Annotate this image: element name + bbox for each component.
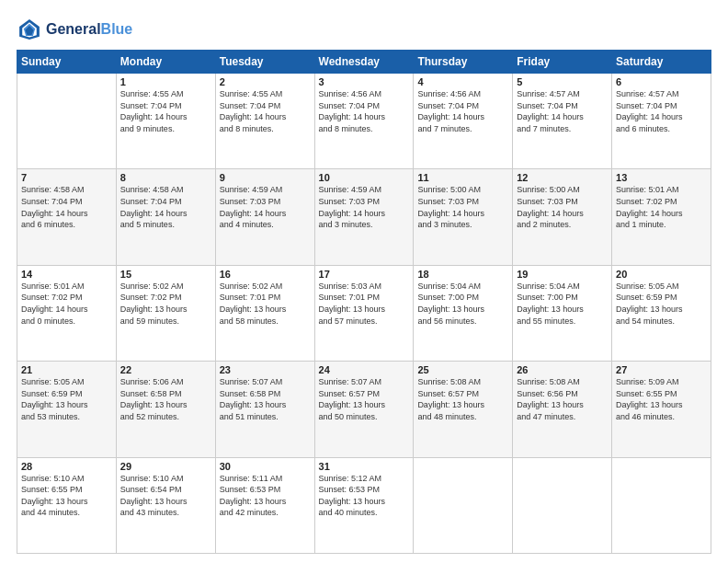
day-info: Sunrise: 5:05 AM Sunset: 6:59 PM Dayligh… [616,281,707,327]
weekday-header: Thursday [414,51,513,74]
day-number: 17 [319,269,410,280]
day-number: 8 [120,172,211,183]
calendar-week-row: 21Sunrise: 5:05 AM Sunset: 6:59 PM Dayli… [17,362,711,457]
weekday-header: Tuesday [215,51,314,74]
logo-text: GeneralBlue [46,21,132,38]
calendar-cell: 6Sunrise: 4:57 AM Sunset: 7:04 PM Daylig… [612,74,711,169]
day-number: 20 [616,269,707,280]
calendar-cell [17,74,117,169]
day-number: 30 [220,461,311,472]
day-number: 25 [417,364,508,375]
day-number: 26 [517,364,608,375]
calendar-week-row: 28Sunrise: 5:10 AM Sunset: 6:55 PM Dayli… [17,457,711,553]
calendar-cell: 4Sunrise: 4:56 AM Sunset: 7:04 PM Daylig… [414,74,513,169]
calendar-cell: 28Sunrise: 5:10 AM Sunset: 6:55 PM Dayli… [17,457,117,553]
calendar-cell: 14Sunrise: 5:01 AM Sunset: 7:02 PM Dayli… [17,265,117,361]
day-info: Sunrise: 5:00 AM Sunset: 7:03 PM Dayligh… [417,184,508,230]
day-info: Sunrise: 4:59 AM Sunset: 7:03 PM Dayligh… [319,184,410,230]
calendar-cell: 27Sunrise: 5:09 AM Sunset: 6:55 PM Dayli… [612,362,711,457]
day-number: 7 [21,172,112,183]
calendar-header-row: SundayMondayTuesdayWednesdayThursdayFrid… [17,51,711,74]
day-number: 23 [220,364,311,375]
day-number: 15 [120,269,211,280]
day-number: 11 [417,172,508,183]
calendar-cell: 17Sunrise: 5:03 AM Sunset: 7:01 PM Dayli… [314,265,414,361]
day-number: 19 [517,269,608,280]
day-info: Sunrise: 5:05 AM Sunset: 6:59 PM Dayligh… [21,376,112,422]
calendar-cell: 22Sunrise: 5:06 AM Sunset: 6:58 PM Dayli… [116,362,215,457]
day-info: Sunrise: 5:02 AM Sunset: 7:02 PM Dayligh… [120,281,211,327]
day-info: Sunrise: 5:09 AM Sunset: 6:55 PM Dayligh… [616,376,707,422]
day-info: Sunrise: 4:56 AM Sunset: 7:04 PM Dayligh… [417,88,508,134]
calendar-cell: 30Sunrise: 5:11 AM Sunset: 6:53 PM Dayli… [215,457,314,553]
logo: GeneralBlue [17,17,132,42]
calendar-cell: 20Sunrise: 5:05 AM Sunset: 6:59 PM Dayli… [612,265,711,361]
calendar-cell: 2Sunrise: 4:55 AM Sunset: 7:04 PM Daylig… [215,74,314,169]
calendar-cell: 25Sunrise: 5:08 AM Sunset: 6:57 PM Dayli… [414,362,513,457]
day-info: Sunrise: 5:12 AM Sunset: 6:53 PM Dayligh… [319,473,410,519]
calendar-cell: 19Sunrise: 5:04 AM Sunset: 7:00 PM Dayli… [513,265,612,361]
day-number: 14 [21,269,112,280]
day-info: Sunrise: 5:08 AM Sunset: 6:56 PM Dayligh… [517,376,608,422]
page: GeneralBlue SundayMondayTuesdayWednesday… [0,0,728,563]
day-number: 9 [220,172,311,183]
day-info: Sunrise: 4:57 AM Sunset: 7:04 PM Dayligh… [616,88,707,134]
day-info: Sunrise: 4:58 AM Sunset: 7:04 PM Dayligh… [21,184,112,230]
logo-icon [17,17,42,42]
day-info: Sunrise: 5:04 AM Sunset: 7:00 PM Dayligh… [417,281,508,327]
day-info: Sunrise: 5:07 AM Sunset: 6:58 PM Dayligh… [220,376,311,422]
calendar-cell: 24Sunrise: 5:07 AM Sunset: 6:57 PM Dayli… [314,362,414,457]
day-info: Sunrise: 4:58 AM Sunset: 7:04 PM Dayligh… [120,184,211,230]
day-info: Sunrise: 5:01 AM Sunset: 7:02 PM Dayligh… [21,281,112,327]
calendar-cell [513,457,612,553]
calendar-cell: 29Sunrise: 5:10 AM Sunset: 6:54 PM Dayli… [116,457,215,553]
day-info: Sunrise: 5:00 AM Sunset: 7:03 PM Dayligh… [517,184,608,230]
calendar-cell: 8Sunrise: 4:58 AM Sunset: 7:04 PM Daylig… [116,169,215,265]
day-number: 21 [21,364,112,375]
day-info: Sunrise: 4:55 AM Sunset: 7:04 PM Dayligh… [220,88,311,134]
calendar-cell: 10Sunrise: 4:59 AM Sunset: 7:03 PM Dayli… [314,169,414,265]
weekday-header: Wednesday [314,51,414,74]
day-number: 13 [616,172,707,183]
day-info: Sunrise: 5:06 AM Sunset: 6:58 PM Dayligh… [120,376,211,422]
calendar-week-row: 14Sunrise: 5:01 AM Sunset: 7:02 PM Dayli… [17,265,711,361]
day-number: 27 [616,364,707,375]
day-info: Sunrise: 5:10 AM Sunset: 6:55 PM Dayligh… [21,473,112,519]
day-info: Sunrise: 5:11 AM Sunset: 6:53 PM Dayligh… [220,473,311,519]
day-number: 1 [120,76,211,87]
day-number: 2 [220,76,311,87]
calendar-cell: 7Sunrise: 4:58 AM Sunset: 7:04 PM Daylig… [17,169,117,265]
header: GeneralBlue [17,17,711,42]
calendar-cell: 21Sunrise: 5:05 AM Sunset: 6:59 PM Dayli… [17,362,117,457]
calendar-cell: 3Sunrise: 4:56 AM Sunset: 7:04 PM Daylig… [314,74,414,169]
day-number: 5 [517,76,608,87]
day-info: Sunrise: 4:59 AM Sunset: 7:03 PM Dayligh… [220,184,311,230]
calendar-cell [414,457,513,553]
weekday-header: Monday [116,51,215,74]
day-number: 18 [417,269,508,280]
calendar-cell: 31Sunrise: 5:12 AM Sunset: 6:53 PM Dayli… [314,457,414,553]
day-info: Sunrise: 5:02 AM Sunset: 7:01 PM Dayligh… [220,281,311,327]
calendar-cell: 9Sunrise: 4:59 AM Sunset: 7:03 PM Daylig… [215,169,314,265]
day-number: 10 [319,172,410,183]
calendar-cell: 23Sunrise: 5:07 AM Sunset: 6:58 PM Dayli… [215,362,314,457]
calendar-cell: 1Sunrise: 4:55 AM Sunset: 7:04 PM Daylig… [116,74,215,169]
calendar-cell: 15Sunrise: 5:02 AM Sunset: 7:02 PM Dayli… [116,265,215,361]
day-number: 3 [319,76,410,87]
calendar-week-row: 7Sunrise: 4:58 AM Sunset: 7:04 PM Daylig… [17,169,711,265]
calendar-cell: 13Sunrise: 5:01 AM Sunset: 7:02 PM Dayli… [612,169,711,265]
calendar-cell: 16Sunrise: 5:02 AM Sunset: 7:01 PM Dayli… [215,265,314,361]
day-number: 29 [120,461,211,472]
calendar-table: SundayMondayTuesdayWednesdayThursdayFrid… [17,50,711,554]
day-number: 24 [319,364,410,375]
day-number: 6 [616,76,707,87]
day-number: 12 [517,172,608,183]
day-number: 4 [417,76,508,87]
day-info: Sunrise: 5:03 AM Sunset: 7:01 PM Dayligh… [319,281,410,327]
day-number: 22 [120,364,211,375]
weekday-header: Friday [513,51,612,74]
day-info: Sunrise: 5:04 AM Sunset: 7:00 PM Dayligh… [517,281,608,327]
day-number: 16 [220,269,311,280]
day-info: Sunrise: 5:07 AM Sunset: 6:57 PM Dayligh… [319,376,410,422]
day-info: Sunrise: 4:56 AM Sunset: 7:04 PM Dayligh… [319,88,410,134]
